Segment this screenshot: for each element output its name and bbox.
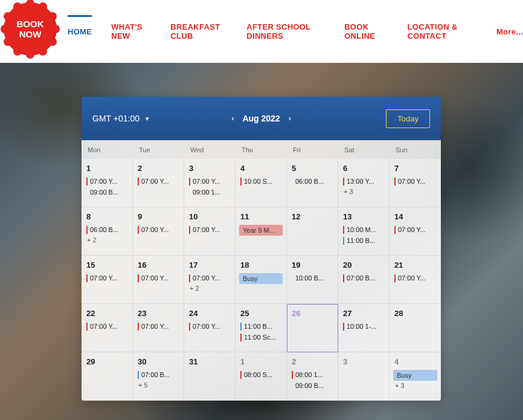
more-events[interactable]: + 3: [344, 188, 385, 195]
nav-item-breakfast-club[interactable]: BREAKFAST CLUB: [170, 18, 227, 45]
nav-item-book-online[interactable]: BOOK ONLINE: [344, 18, 388, 45]
day-cell[interactable]: 2207:00 Y...: [82, 304, 133, 352]
day-cell[interactable]: 1310:00 M...11:00 B...: [338, 207, 390, 256]
event[interactable]: 07:00 Y...: [393, 273, 437, 283]
day-cell[interactable]: 806:00 B...+ 2: [82, 207, 133, 256]
day-cell[interactable]: 2107:00 Y...: [390, 256, 441, 304]
event[interactable]: 07:00 B...: [136, 370, 180, 380]
month-nav: ‹ Aug 2022 ›: [231, 114, 290, 123]
day-number: 15: [86, 260, 129, 270]
more-events[interactable]: + 3: [395, 382, 437, 389]
event[interactable]: 09:00 B...: [290, 381, 334, 391]
day-cell[interactable]: 31: [184, 352, 236, 401]
dow-sun: Sun: [390, 140, 441, 159]
event[interactable]: 07:00 Y...: [393, 176, 437, 187]
day-cell[interactable]: 2407:00 Y...: [184, 304, 236, 352]
day-cell[interactable]: 18Busy: [236, 256, 287, 304]
day-cell[interactable]: 1007:00 Y...: [184, 207, 236, 256]
day-cell[interactable]: 1507:00 Y...: [82, 256, 133, 304]
day-cell[interactable]: 1707:00 Y...+ 2: [184, 256, 236, 304]
day-cell[interactable]: 1407:00 Y...: [390, 207, 441, 256]
event[interactable]: 11:00 B...: [342, 236, 385, 246]
day-cell[interactable]: 108:00 S...: [236, 352, 287, 401]
day-cell[interactable]: 307:00 Y...09:00 1...: [184, 159, 236, 207]
event[interactable]: 08:00 1...: [290, 370, 334, 380]
event[interactable]: 07:00 Y...: [136, 273, 180, 283]
day-cell[interactable]: 28: [390, 304, 441, 352]
dow-thu: Thu: [236, 140, 287, 159]
day-number: 2: [138, 164, 180, 173]
day-number: 3: [343, 357, 385, 366]
event[interactable]: 10:00 M...: [342, 225, 385, 235]
event[interactable]: 11:00 Sc...: [239, 332, 283, 343]
book-now-badge[interactable]: BOOK NOW: [4, 2, 57, 56]
event[interactable]: 07:00 B...: [342, 273, 385, 283]
calendar-grid: 107:00 Y...09:00 B...207:00 Y...307:00 Y…: [82, 159, 441, 401]
day-number: 28: [394, 309, 437, 318]
event[interactable]: 10:00 B...: [290, 273, 334, 283]
event[interactable]: 07:00 Y...: [136, 321, 180, 332]
event[interactable]: Busy: [239, 273, 283, 284]
day-number: 14: [394, 212, 437, 221]
day-cell[interactable]: 4Busy+ 3: [390, 352, 441, 401]
event[interactable]: 07:00 Y...: [188, 225, 231, 235]
nav-item-what-s-new[interactable]: WHAT'S NEW: [111, 18, 151, 45]
event[interactable]: 13:00 Y...: [342, 176, 385, 187]
day-cell[interactable]: 2511:00 B...11:00 Sc...: [236, 304, 287, 352]
event[interactable]: 07:00 Y...: [85, 273, 129, 283]
day-cell[interactable]: 107:00 Y...09:00 B...: [82, 159, 133, 207]
day-cell[interactable]: 1910:00 B...: [287, 256, 338, 304]
event[interactable]: 11:00 B...: [239, 321, 283, 332]
event[interactable]: 07:00 Y...: [393, 225, 437, 235]
more-events[interactable]: + 2: [190, 285, 231, 292]
more-events[interactable]: + 5: [138, 381, 180, 389]
day-cell[interactable]: 506:00 B...: [287, 159, 338, 207]
day-cell[interactable]: 2007:00 B...: [338, 256, 390, 304]
event[interactable]: Busy: [393, 370, 437, 381]
day-cell[interactable]: 907:00 Y...: [133, 207, 184, 256]
svg-point-12: [13, 2, 22, 11]
event[interactable]: 07:00 Y...: [85, 321, 129, 332]
event[interactable]: 10:00 S...: [239, 176, 283, 187]
event[interactable]: 09:00 B...: [85, 187, 129, 198]
day-number: 5: [292, 164, 334, 173]
day-number: 10: [189, 212, 231, 221]
next-month-icon[interactable]: ›: [289, 114, 291, 123]
timezone-selector[interactable]: GMT +01:00 ▾: [92, 114, 149, 123]
day-cell[interactable]: 11Year 9 M...: [236, 207, 287, 256]
day-cell[interactable]: 410:00 S...: [236, 159, 287, 207]
day-cell[interactable]: 3007:00 B...+ 5: [133, 352, 184, 401]
dow-tue: Tue: [133, 140, 184, 159]
nav-item-home[interactable]: HOME: [68, 22, 92, 41]
more-events[interactable]: + 2: [87, 236, 129, 244]
event[interactable]: 09:00 1...: [188, 187, 231, 198]
event[interactable]: 10:00 1-...: [342, 321, 385, 332]
day-cell[interactable]: 707:00 Y...: [390, 159, 441, 207]
nav-item-location-contact[interactable]: LOCATION & CONTACT: [408, 18, 477, 45]
day-cell[interactable]: 1607:00 Y...: [133, 256, 184, 304]
day-number: 20: [343, 260, 385, 270]
nav-more[interactable]: More...: [496, 22, 523, 41]
nav-item-after-school-dinners[interactable]: AFTER SCHOOL DINNERS: [246, 18, 325, 45]
day-cell[interactable]: 12: [287, 207, 338, 256]
event[interactable]: 07:00 Y...: [136, 225, 180, 235]
day-cell[interactable]: 208:00 1...09:00 B...: [287, 352, 338, 401]
event[interactable]: 06:00 B...: [290, 176, 334, 187]
event[interactable]: 07:00 Y...: [188, 176, 231, 187]
event[interactable]: 06:00 B...: [85, 225, 129, 235]
day-cell[interactable]: 26: [287, 304, 338, 352]
event[interactable]: 07:00 Y...: [188, 321, 231, 332]
event[interactable]: 08:00 S...: [239, 370, 283, 380]
day-cell[interactable]: 207:00 Y...: [133, 159, 184, 207]
prev-month-icon[interactable]: ‹: [231, 114, 234, 123]
event[interactable]: 07:00 Y...: [188, 273, 231, 283]
event[interactable]: Year 9 M...: [239, 225, 283, 236]
today-button[interactable]: Today: [386, 109, 430, 128]
day-cell[interactable]: 2710:00 1-...: [338, 304, 390, 352]
day-cell[interactable]: 3: [338, 352, 390, 401]
day-cell[interactable]: 2307:00 Y...: [133, 304, 184, 352]
day-cell[interactable]: 29: [82, 352, 133, 401]
event[interactable]: 07:00 Y...: [136, 176, 180, 187]
day-cell[interactable]: 613:00 Y...+ 3: [338, 159, 390, 207]
event[interactable]: 07:00 Y...: [85, 176, 129, 187]
